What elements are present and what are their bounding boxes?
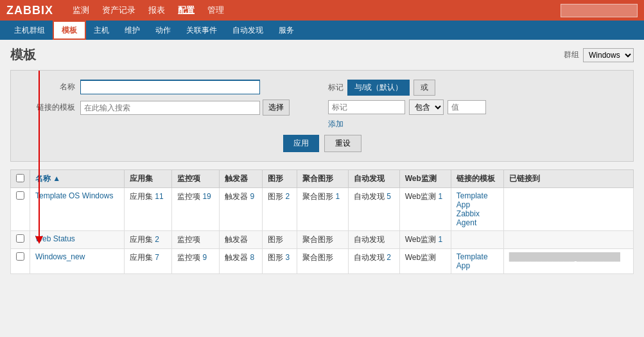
cell-linked-templates: TemplateAppZabbixAgent (451, 188, 503, 231)
linked-template-link[interactable]: Template (457, 252, 488, 261)
linked-template-link[interactable]: App (457, 200, 470, 209)
cell-monitor-items: 监控项 (172, 231, 220, 249)
linked-template-link[interactable]: Agent (457, 218, 476, 227)
filter-name-input[interactable] (80, 80, 260, 94)
table-header-row: 名称 ▲ 应用集 监控项 触发器 图形 聚合图形 自动发现 Web监测 链接的模… (11, 170, 634, 188)
cell-linked-templates: TemplateApp (451, 249, 503, 274)
template-table: 名称 ▲ 应用集 监控项 触发器 图形 聚合图形 自动发现 Web监测 链接的模… (10, 169, 634, 274)
cell-monitor-items: 监控项 9 (172, 249, 220, 274)
header-screens: 聚合图形 (297, 170, 349, 188)
header-checkbox-col (11, 170, 30, 188)
reset-btn[interactable]: 重设 (324, 135, 361, 152)
nav-autodiscovery[interactable]: 自动发现 (225, 21, 271, 40)
nav-admin[interactable]: 管理 (201, 0, 231, 21)
table-row: Web Status应用集 2监控项触发器图形聚合图形自动发现Web监测 1 (11, 231, 634, 249)
cell-triggers: 触发器 8 (220, 249, 263, 274)
row-checkbox[interactable] (16, 191, 24, 200)
cell-graphs: 图形 2 (263, 188, 297, 231)
add-tag-link[interactable]: 添加 (328, 119, 344, 128)
linked-template-link[interactable]: Zabbix (457, 209, 480, 218)
row-checkbox[interactable] (16, 252, 24, 261)
nav-hostgroup[interactable]: 主机群组 (6, 21, 53, 40)
template-name-link[interactable]: Template OS Windows (35, 191, 113, 200)
nav-asset[interactable]: 资产记录 (96, 0, 142, 21)
table-row: Template OS Windows应用集 11监控项 19触发器 9图形 2… (11, 188, 634, 231)
header-linked-templates: 链接的模板 (451, 170, 503, 188)
filter-linked-input[interactable] (80, 101, 260, 115)
filter-linked-row: 链接的模板 选择 (24, 99, 290, 116)
filter-select-btn[interactable]: 选择 (263, 99, 290, 116)
header-web: Web监测 (399, 170, 451, 188)
filter-action-row: 应用 重设 (24, 135, 620, 152)
top-search-input[interactable] (561, 4, 638, 17)
cell-appset: 应用集 2 (125, 231, 172, 249)
nav-config[interactable]: 配置 (171, 0, 201, 21)
cell-discovery: 自动发现 2 (348, 249, 399, 274)
cell-discovery: 自动发现 5 (348, 188, 399, 231)
cell-graphs: 图形 (263, 231, 297, 249)
cell-linked-templates (451, 231, 503, 249)
page-content: 模板 群组 Windows 名称 链接的模板 (0, 40, 644, 281)
nav-action[interactable]: 动作 (148, 21, 178, 40)
group-label: 群组 (564, 49, 579, 60)
header-discovery: 自动发现 (348, 170, 399, 188)
tag-name-input[interactable] (328, 100, 405, 114)
app-logo: ZABBIX (6, 4, 53, 17)
tag-label: 标记 (328, 82, 344, 93)
tag-operator-select[interactable]: 包含 等于 (409, 99, 444, 115)
apply-btn[interactable]: 应用 (283, 135, 319, 152)
tag-value-row: 包含 等于 (328, 99, 486, 115)
group-filter: 群组 Windows (564, 48, 634, 62)
template-name-link[interactable]: Windows_new (35, 252, 85, 261)
filter-left: 名称 链接的模板 选择 (24, 80, 290, 130)
nav-service[interactable]: 服务 (271, 21, 302, 40)
row-checkbox[interactable] (16, 234, 24, 243)
cell-linked-to: ████████████ ████████ (503, 249, 633, 274)
page-title: 模板 (10, 46, 36, 64)
cell-screens: 聚合图形 (297, 231, 349, 249)
page-title-row: 模板 群组 Windows (10, 46, 634, 64)
linked-template-link[interactable]: Template (457, 191, 488, 200)
header-graphs: 图形 (263, 170, 297, 188)
cell-screens: 聚合图形 (297, 249, 349, 274)
header-monitor-items: 监控项 (172, 170, 220, 188)
cell-triggers: 触发器 (220, 231, 263, 249)
tag-and-btn[interactable]: 与/或（默认） (347, 80, 410, 96)
top-nav: ZABBIX 监测 资产记录 报表 配置 管理 (0, 0, 644, 21)
filter-name-row: 名称 (24, 80, 290, 94)
tag-or-btn[interactable]: 或 (413, 80, 435, 96)
sort-name-link[interactable]: 名称 ▲ (35, 174, 60, 183)
second-nav: 主机群组 模板 主机 维护 动作 关联事件 自动发现 服务 (0, 21, 644, 40)
tag-add-row: 添加 (328, 119, 486, 130)
cell-web: Web监测 1 (399, 231, 451, 249)
logo-text: ZABBIX (6, 4, 53, 17)
select-all-checkbox[interactable] (16, 174, 24, 182)
filter-box: 名称 链接的模板 选择 标记 与/或（默认） (10, 70, 634, 162)
linked-template-link[interactable]: App (457, 261, 470, 270)
nav-event[interactable]: 关联事件 (178, 21, 225, 40)
header-triggers: 触发器 (220, 170, 263, 188)
template-name-link[interactable]: Web Status (35, 234, 75, 243)
header-name: 名称 ▲ (30, 170, 125, 188)
cell-discovery: 自动发现 (348, 231, 399, 249)
group-select[interactable]: Windows (583, 48, 634, 62)
nav-monitor[interactable]: 监测 (66, 0, 96, 21)
nav-host[interactable]: 主机 (86, 21, 117, 40)
cell-monitor-items: 监控项 19 (172, 188, 220, 231)
tag-type-row: 标记 与/或（默认） 或 (328, 80, 486, 96)
filter-tag-section: 标记 与/或（默认） 或 包含 等于 添加 (328, 80, 486, 130)
cell-screens: 聚合图形 1 (297, 188, 349, 231)
filter-name-label: 名称 (24, 82, 75, 92)
cell-graphs: 图形 3 (263, 249, 297, 274)
filter-linked-label: 链接的模板 (24, 102, 75, 113)
table-row: Windows_new应用集 7监控项 9触发器 8图形 3聚合图形自动发现 2… (11, 249, 634, 274)
tag-value-input[interactable] (448, 100, 486, 114)
header-appset: 应用集 (125, 170, 172, 188)
nav-template[interactable]: 模板 (53, 21, 86, 40)
cell-web: Web监测 (399, 249, 451, 274)
nav-report[interactable]: 报表 (142, 0, 171, 21)
cell-web: Web监测 1 (399, 188, 451, 231)
nav-maintenance[interactable]: 维护 (117, 21, 148, 40)
cell-linked-to (503, 188, 633, 231)
header-linked-to: 已链接到 (503, 170, 633, 188)
